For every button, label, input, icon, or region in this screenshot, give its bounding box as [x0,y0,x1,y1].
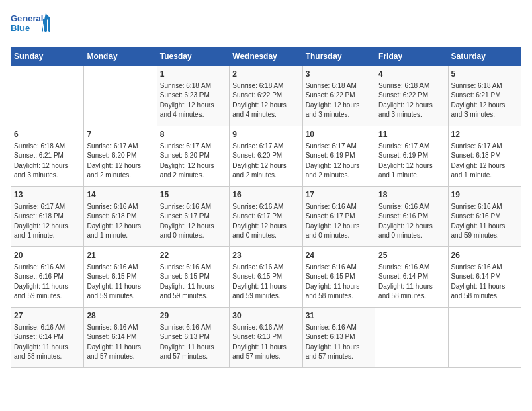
calendar-cell: 8Sunrise: 6:17 AMSunset: 6:20 PMDaylight… [157,126,229,187]
day-info: Sunrise: 6:18 AMSunset: 6:23 PMDaylight:… [160,81,226,120]
header-row: SundayMondayTuesdayWednesdayThursdayFrid… [11,48,521,66]
day-number: 23 [232,250,299,261]
day-number: 1 [160,68,226,80]
day-info: Sunrise: 6:16 AMSunset: 6:13 PMDaylight:… [306,323,372,362]
calendar-cell: 20Sunrise: 6:16 AMSunset: 6:16 PMDayligh… [11,247,84,308]
day-number: 3 [306,68,372,80]
calendar-cell: 27Sunrise: 6:16 AMSunset: 6:14 PMDayligh… [11,308,84,368]
header-day-wednesday: Wednesday [230,48,302,66]
day-info: Sunrise: 6:18 AMSunset: 6:22 PMDaylight:… [232,81,299,120]
day-info: Sunrise: 6:18 AMSunset: 6:21 PMDaylight:… [451,81,518,120]
calendar-cell: 6Sunrise: 6:18 AMSunset: 6:21 PMDaylight… [11,126,84,187]
day-info: Sunrise: 6:16 AMSunset: 6:16 PMDaylight:… [14,263,81,302]
day-number: 7 [87,129,153,140]
day-number: 4 [378,68,445,80]
calendar-cell: 10Sunrise: 6:17 AMSunset: 6:19 PMDayligh… [302,126,375,187]
day-number: 19 [451,189,518,201]
day-info: Sunrise: 6:16 AMSunset: 6:17 PMDaylight:… [160,202,226,241]
calendar-cell: 1Sunrise: 6:18 AMSunset: 6:23 PMDaylight… [157,66,229,126]
calendar-cell: 7Sunrise: 6:17 AMSunset: 6:20 PMDaylight… [84,126,157,187]
week-row-5: 27Sunrise: 6:16 AMSunset: 6:14 PMDayligh… [11,308,521,368]
day-info: Sunrise: 6:16 AMSunset: 6:14 PMDaylight:… [378,263,445,302]
week-row-1: 1Sunrise: 6:18 AMSunset: 6:23 PMDaylight… [11,66,521,126]
day-number: 30 [232,310,299,322]
calendar-cell: 16Sunrise: 6:16 AMSunset: 6:17 PMDayligh… [230,187,302,247]
calendar-cell: 29Sunrise: 6:16 AMSunset: 6:13 PMDayligh… [157,308,229,368]
calendar-cell: 19Sunrise: 6:16 AMSunset: 6:16 PMDayligh… [448,187,521,247]
day-number: 8 [160,129,226,140]
day-info: Sunrise: 6:16 AMSunset: 6:16 PMDaylight:… [451,202,518,241]
svg-text:General: General [11,13,43,24]
calendar-cell: 23Sunrise: 6:16 AMSunset: 6:15 PMDayligh… [230,247,302,308]
calendar-cell: 15Sunrise: 6:16 AMSunset: 6:17 PMDayligh… [157,187,229,247]
calendar-cell: 13Sunrise: 6:17 AMSunset: 6:18 PMDayligh… [11,187,84,247]
header-day-sunday: Sunday [11,48,84,66]
day-info: Sunrise: 6:16 AMSunset: 6:14 PMDaylight:… [87,323,153,362]
day-info: Sunrise: 6:17 AMSunset: 6:20 PMDaylight:… [160,142,226,181]
calendar-cell: 28Sunrise: 6:16 AMSunset: 6:14 PMDayligh… [84,308,157,368]
svg-text:Blue: Blue [11,23,30,33]
day-info: Sunrise: 6:16 AMSunset: 6:14 PMDaylight:… [451,263,518,302]
calendar-cell: 30Sunrise: 6:16 AMSunset: 6:13 PMDayligh… [230,308,302,368]
calendar-table: SundayMondayTuesdayWednesdayThursdayFrid… [11,47,521,368]
day-number: 20 [14,250,81,261]
day-info: Sunrise: 6:17 AMSunset: 6:19 PMDaylight:… [378,142,445,181]
calendar-cell: 21Sunrise: 6:16 AMSunset: 6:15 PMDayligh… [84,247,157,308]
day-info: Sunrise: 6:16 AMSunset: 6:15 PMDaylight:… [232,263,299,302]
day-info: Sunrise: 6:16 AMSunset: 6:18 PMDaylight:… [87,202,153,241]
day-number: 2 [232,68,299,80]
header-day-tuesday: Tuesday [157,48,229,66]
day-number: 31 [306,310,372,322]
day-number: 25 [378,250,445,261]
day-number: 21 [87,250,153,261]
calendar-cell: 14Sunrise: 6:16 AMSunset: 6:18 PMDayligh… [84,187,157,247]
day-info: Sunrise: 6:18 AMSunset: 6:21 PMDaylight:… [14,142,81,181]
calendar-cell: 11Sunrise: 6:17 AMSunset: 6:19 PMDayligh… [375,126,448,187]
day-info: Sunrise: 6:18 AMSunset: 6:22 PMDaylight:… [378,81,445,120]
calendar-cell [448,308,521,368]
day-info: Sunrise: 6:16 AMSunset: 6:17 PMDaylight:… [232,202,299,241]
day-number: 10 [306,129,372,140]
day-number: 18 [378,189,445,201]
day-info: Sunrise: 6:17 AMSunset: 6:20 PMDaylight:… [87,142,153,181]
header-day-saturday: Saturday [448,48,521,66]
week-row-3: 13Sunrise: 6:17 AMSunset: 6:18 PMDayligh… [11,187,521,247]
day-number: 27 [14,310,81,322]
calendar-cell: 17Sunrise: 6:16 AMSunset: 6:17 PMDayligh… [302,187,375,247]
day-info: Sunrise: 6:17 AMSunset: 6:18 PMDaylight:… [14,202,81,241]
day-number: 17 [306,189,372,201]
day-info: Sunrise: 6:17 AMSunset: 6:18 PMDaylight:… [451,142,518,181]
day-info: Sunrise: 6:17 AMSunset: 6:19 PMDaylight:… [306,142,372,181]
day-number: 26 [451,250,518,261]
calendar-cell: 2Sunrise: 6:18 AMSunset: 6:22 PMDaylight… [230,66,302,126]
day-info: Sunrise: 6:16 AMSunset: 6:15 PMDaylight:… [160,263,226,302]
day-info: Sunrise: 6:18 AMSunset: 6:22 PMDaylight:… [306,81,372,120]
calendar-body: 1Sunrise: 6:18 AMSunset: 6:23 PMDaylight… [11,66,521,368]
day-number: 13 [14,189,81,201]
calendar-cell: 9Sunrise: 6:17 AMSunset: 6:20 PMDaylight… [230,126,302,187]
page-header: General Blue [11,11,521,39]
day-number: 5 [451,68,518,80]
logo: General Blue [11,11,51,39]
day-number: 15 [160,189,226,201]
day-number: 16 [232,189,299,201]
header-day-thursday: Thursday [302,48,375,66]
day-info: Sunrise: 6:16 AMSunset: 6:17 PMDaylight:… [306,202,372,241]
calendar-cell: 4Sunrise: 6:18 AMSunset: 6:22 PMDaylight… [375,66,448,126]
day-number: 22 [160,250,226,261]
calendar-cell: 12Sunrise: 6:17 AMSunset: 6:18 PMDayligh… [448,126,521,187]
calendar-cell [375,308,448,368]
day-number: 9 [232,129,299,140]
calendar-cell: 24Sunrise: 6:16 AMSunset: 6:15 PMDayligh… [302,247,375,308]
day-number: 14 [87,189,153,201]
day-number: 28 [87,310,153,322]
calendar-cell [11,66,84,126]
week-row-2: 6Sunrise: 6:18 AMSunset: 6:21 PMDaylight… [11,126,521,187]
day-number: 29 [160,310,226,322]
day-info: Sunrise: 6:16 AMSunset: 6:13 PMDaylight:… [232,323,299,362]
day-info: Sunrise: 6:16 AMSunset: 6:15 PMDaylight:… [87,263,153,302]
day-number: 24 [306,250,372,261]
calendar-cell [84,66,157,126]
calendar-header: SundayMondayTuesdayWednesdayThursdayFrid… [11,48,521,66]
calendar-cell: 22Sunrise: 6:16 AMSunset: 6:15 PMDayligh… [157,247,229,308]
